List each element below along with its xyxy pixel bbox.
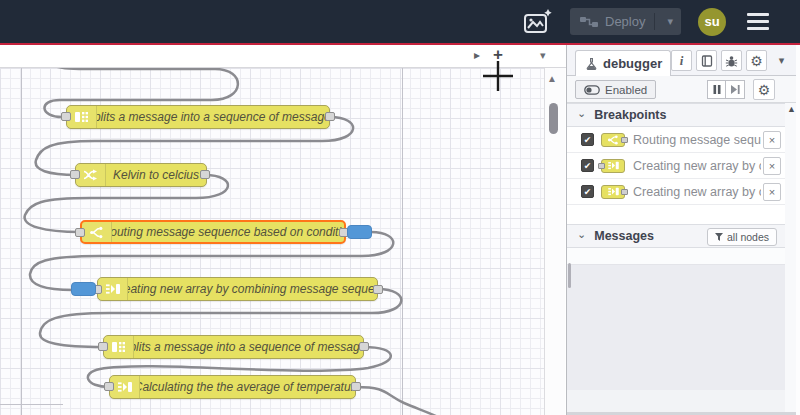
flask-icon [586, 58, 597, 70]
sidebar-tab-bar: debugger i ⚙ ▾ [567, 45, 800, 76]
enabled-toggle-button[interactable]: Enabled [575, 80, 656, 99]
remove-breakpoint-button[interactable]: × [763, 131, 781, 149]
remove-breakpoint-button[interactable]: × [763, 183, 781, 201]
messages-empty-row [567, 248, 785, 265]
window-right-edge [796, 45, 800, 415]
node-label: Splits a message into a sequence of mess… [97, 106, 329, 128]
info-button[interactable]: i [671, 50, 692, 71]
node-split-2-input-port[interactable] [98, 342, 108, 351]
node-join-array[interactable]: Creating new array by combining message … [97, 277, 378, 301]
mini-join-node-icon [601, 159, 625, 173]
node-join-average-output-port[interactable] [351, 382, 361, 391]
main-menu-icon[interactable] [743, 9, 773, 34]
switch-icon [82, 222, 112, 242]
sidebar: debugger i ⚙ ▾ [566, 45, 800, 415]
pause-icon [713, 85, 721, 94]
pause-step-group [707, 80, 745, 99]
debug-bug-button[interactable] [721, 50, 742, 71]
node-red-window: Deploy ▾ su ▸ + ▾ [0, 0, 800, 415]
deploy-label: Deploy [605, 14, 645, 29]
pause-button[interactable] [707, 80, 726, 99]
messages-section-header[interactable]: ⌄ Messages all nodes [567, 224, 785, 248]
header-bar: Deploy ▾ su [0, 0, 800, 43]
node-change-output-port[interactable] [200, 170, 210, 179]
breakpoint-marker-input[interactable] [71, 282, 96, 296]
canvas-scroll-up-icon[interactable]: ▲ [547, 73, 557, 84]
sidebar-menu-button[interactable]: ▾ [771, 50, 792, 71]
bug-icon [725, 55, 738, 67]
breakpoint-label: Creating new array by combini [633, 159, 761, 173]
section-chevron-icon: ⌄ [577, 228, 586, 241]
debugger-settings-button[interactable]: ⚙ [753, 79, 775, 100]
check-icon: ✔ [584, 161, 592, 171]
split-icon [104, 336, 134, 358]
close-icon: × [769, 186, 775, 198]
tab-debugger[interactable]: debugger [575, 50, 671, 76]
node-label: Kelvin to celcius [106, 164, 206, 186]
tab-scroll-icon[interactable]: ▸ [474, 48, 480, 62]
user-avatar[interactable]: su [698, 8, 726, 36]
breakpoint-row: ✔ Creating new array by combini × [567, 179, 785, 205]
canvas-scrollbar-thumb[interactable] [549, 103, 558, 134]
step-button[interactable] [726, 80, 745, 99]
mini-input-port [598, 163, 605, 169]
check-icon: ✔ [584, 187, 592, 197]
breakpoint-label: Creating new array by combini [633, 185, 761, 199]
node-change-input-port[interactable] [70, 170, 80, 179]
info-icon: i [680, 53, 684, 69]
gear-icon: ⚙ [758, 83, 771, 97]
messages-empty-area-lower [567, 390, 785, 412]
filter-label: all nodes [727, 231, 769, 243]
sidebar-scroll-up-icon[interactable]: ▲ [787, 104, 796, 114]
join-icon [110, 376, 140, 398]
chevron-down-icon: ▾ [779, 54, 785, 67]
book-icon [701, 55, 713, 67]
breakpoint-label: Routing message sequence ba [633, 133, 761, 147]
node-split-2-output-port[interactable] [359, 342, 369, 351]
node-change-kelvin[interactable]: Kelvin to celcius [75, 163, 207, 187]
crosshair-cursor [483, 61, 513, 91]
sidebar-settings-button[interactable]: ⚙ [746, 50, 767, 71]
node-join-array-output-port[interactable] [373, 285, 383, 294]
node-join-average[interactable]: Calculating the the average of temperatu… [109, 375, 356, 399]
sidebar-scrollbar-thumb[interactable] [568, 263, 571, 288]
enabled-label: Enabled [605, 84, 647, 96]
deploy-dropdown-icon[interactable]: ▾ [662, 15, 673, 28]
deploy-nodes-icon [580, 16, 598, 28]
node-split-1-output-port[interactable] [325, 112, 335, 121]
node-switch-input-port[interactable] [75, 228, 85, 237]
filter-funnel-icon [715, 233, 723, 241]
node-split-1-input-port[interactable] [61, 112, 71, 121]
remove-breakpoint-button[interactable]: × [763, 157, 781, 175]
breakpoints-section-header[interactable]: ⌄ Breakpoints [567, 103, 785, 127]
node-switch-routing[interactable]: Routing message sequence based on condit… [80, 220, 346, 244]
breakpoint-marker-output[interactable] [347, 225, 372, 239]
breakpoint-checkbox[interactable]: ✔ [581, 133, 594, 146]
node-split-2[interactable]: Splits a message into a sequence of mess… [103, 335, 364, 359]
check-icon: ✔ [584, 135, 592, 145]
export-image-icon[interactable] [523, 9, 553, 35]
deploy-button[interactable]: Deploy ▾ [570, 8, 681, 35]
mini-output-port [621, 189, 628, 195]
wire-outgoing[interactable] [356, 387, 440, 415]
messages-title: Messages [594, 229, 654, 243]
breakpoint-row: ✔ Creating new array by combini × [567, 153, 785, 179]
deploy-separator [654, 13, 655, 30]
mini-join-node-icon [601, 185, 625, 199]
breakpoint-checkbox[interactable]: ✔ [581, 185, 594, 198]
flow-list-chevron-icon[interactable]: ▾ [540, 49, 546, 62]
breakpoints-title: Breakpoints [594, 108, 666, 122]
breakpoint-checkbox[interactable]: ✔ [581, 159, 594, 172]
section-chevron-icon: ⌄ [577, 107, 586, 120]
flow-canvas[interactable]: Splits a message into a sequence of mess… [0, 68, 544, 415]
node-label: Calculating the the average of temperatu… [140, 376, 355, 398]
gear-icon: ⚙ [750, 54, 763, 68]
mini-switch-node-icon [601, 133, 625, 147]
node-label: Splits a message into a sequence of mess… [134, 336, 363, 358]
node-split-1[interactable]: Splits a message into a sequence of mess… [66, 105, 330, 129]
help-book-button[interactable] [696, 50, 717, 71]
message-filter-button[interactable]: all nodes [707, 228, 777, 246]
close-icon: × [769, 160, 775, 172]
messages-empty-area [567, 265, 785, 390]
node-join-average-input-port[interactable] [104, 382, 114, 391]
